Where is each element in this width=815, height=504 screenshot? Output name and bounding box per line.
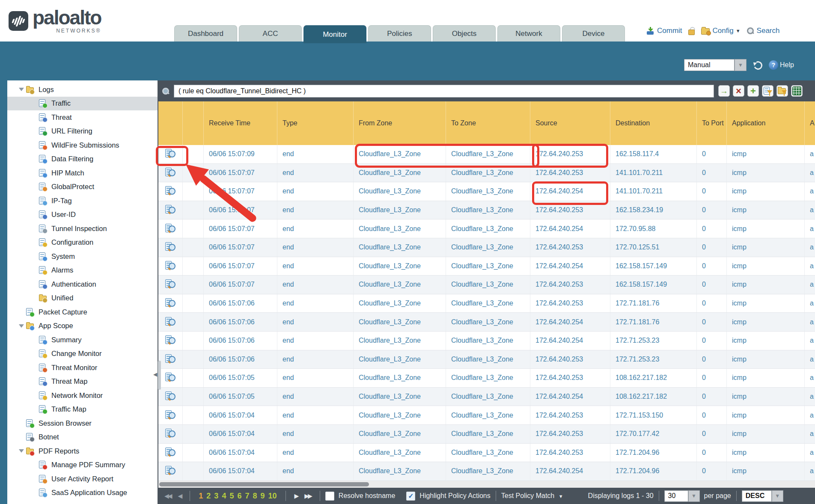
add-filter-button[interactable]: + xyxy=(747,85,759,97)
highlight-policy-actions-checkbox[interactable]: ✓ xyxy=(406,492,415,501)
cell-to-zone[interactable]: Cloudflare_L3_Zone xyxy=(446,406,530,424)
log-detail-magnifier-icon[interactable] xyxy=(164,167,176,178)
column-header-from-zone[interactable]: From Zone xyxy=(354,101,446,145)
cell-to-zone[interactable]: Cloudflare_L3_Zone xyxy=(446,313,530,331)
page-number-5[interactable]: 5 xyxy=(229,492,234,501)
cell-source[interactable]: 172.64.240.253 xyxy=(530,201,610,219)
column-header-receive-time[interactable]: Receive Time xyxy=(204,101,277,145)
cell-destination[interactable]: 172.71.153.150 xyxy=(610,406,697,424)
sidebar-item-user-activity-report[interactable]: User Activity Report xyxy=(7,472,158,486)
sidebar-item-traffic-map[interactable]: Traffic Map xyxy=(7,403,158,417)
cell-application[interactable]: icmp xyxy=(727,313,805,331)
cell-source[interactable]: 172.64.240.253 xyxy=(530,164,610,182)
sidebar-item-url-filtering[interactable]: URL Filtering xyxy=(7,125,158,139)
cell-destination[interactable]: 172.71.181.76 xyxy=(610,313,697,331)
cell-source[interactable]: 172.64.240.253 xyxy=(530,276,610,294)
log-detail-magnifier-icon[interactable] xyxy=(164,298,176,309)
cell-application[interactable]: icmp xyxy=(727,294,805,313)
cell-from-zone[interactable]: Cloudflare_L3_Zone xyxy=(354,276,446,294)
cell-to-zone[interactable]: Cloudflare_L3_Zone xyxy=(446,164,530,182)
cell-application[interactable]: icmp xyxy=(727,276,805,294)
column-header-application[interactable]: Application xyxy=(727,101,805,145)
cell-source[interactable]: 172.64.240.253 xyxy=(530,406,610,424)
cell-to-zone[interactable]: Cloudflare_L3_Zone xyxy=(446,444,530,462)
cell-from-zone[interactable]: Cloudflare_L3_Zone xyxy=(354,313,446,331)
sidebar-item-data-filtering[interactable]: Data Filtering xyxy=(7,152,158,166)
cell-destination[interactable]: 172.70.125.51 xyxy=(610,238,697,257)
config-menu-button[interactable]: Config ▼ xyxy=(701,27,741,35)
cell-to-zone[interactable]: Cloudflare_L3_Zone xyxy=(446,294,530,313)
cell-from-zone[interactable]: Cloudflare_L3_Zone xyxy=(354,388,446,406)
log-detail-magnifier-icon[interactable] xyxy=(164,354,176,365)
cell-application[interactable]: icmp xyxy=(727,425,805,443)
log-detail-magnifier-icon[interactable] xyxy=(164,148,176,160)
tab-objects[interactable]: Objects xyxy=(433,25,496,42)
next-page-button[interactable]: ▶ xyxy=(294,492,298,499)
cell-to-zone[interactable]: Cloudflare_L3_Zone xyxy=(446,369,530,387)
cell-from-zone[interactable]: Cloudflare_L3_Zone xyxy=(354,294,446,313)
sidebar-item-change-monitor[interactable]: Change Monitor xyxy=(7,347,158,361)
test-policy-match-button[interactable]: Test Policy Match ▼ xyxy=(501,492,563,500)
sidebar-item-threat-map[interactable]: Threat Map xyxy=(7,375,158,389)
sidebar-item-system[interactable]: System xyxy=(7,249,158,264)
tab-device[interactable]: Device xyxy=(562,25,625,42)
column-header-to-port[interactable]: To Port xyxy=(697,101,727,145)
per-page-dropdown-button[interactable]: ▼ xyxy=(688,490,700,502)
cell-to-zone[interactable]: Cloudflare_L3_Zone xyxy=(446,462,530,480)
sidebar-item-unified[interactable]: Unified xyxy=(7,291,158,305)
sidebar-item-globalprotect[interactable]: GlobalProtect xyxy=(7,180,158,194)
global-search-button[interactable]: Search xyxy=(747,27,780,35)
load-filter-button[interactable] xyxy=(776,85,788,97)
page-number-7[interactable]: 7 xyxy=(245,492,249,501)
tab-network[interactable]: Network xyxy=(497,25,560,42)
sidebar-item-app-scope[interactable]: App Scope xyxy=(7,319,158,333)
cell-source[interactable]: 172.64.240.254 xyxy=(530,462,610,480)
first-page-button[interactable]: ◀◀ xyxy=(164,492,171,499)
cell-to-zone[interactable]: Cloudflare_L3_Zone xyxy=(446,350,530,369)
cell-source[interactable]: 172.64.240.253 xyxy=(530,145,610,163)
cell-from-zone[interactable]: Cloudflare_L3_Zone xyxy=(354,182,446,201)
cell-application[interactable]: icmp xyxy=(727,257,805,276)
expander-triangle-icon[interactable] xyxy=(17,324,26,328)
column-header-type[interactable]: Type xyxy=(277,101,354,145)
cell-destination[interactable]: 162.158.117.4 xyxy=(610,145,697,163)
cell-from-zone[interactable]: Cloudflare_L3_Zone xyxy=(354,257,446,276)
cell-from-zone[interactable]: Cloudflare_L3_Zone xyxy=(354,406,446,424)
cell-to-zone[interactable]: Cloudflare_L3_Zone xyxy=(446,332,530,350)
sidebar-item-logs[interactable]: Logs xyxy=(7,83,158,97)
log-detail-magnifier-icon[interactable] xyxy=(164,447,176,458)
page-number-9[interactable]: 9 xyxy=(260,492,265,501)
cell-to-zone[interactable]: Cloudflare_L3_Zone xyxy=(446,182,530,201)
cell-destination[interactable]: 172.71.204.96 xyxy=(610,462,697,480)
expander-triangle-icon[interactable] xyxy=(17,449,26,453)
cell-from-zone[interactable]: Cloudflare_L3_Zone xyxy=(354,201,446,219)
last-page-button[interactable]: ▶▶ xyxy=(304,492,311,499)
cell-application[interactable]: icmp xyxy=(727,462,805,480)
cell-destination[interactable]: 172.71.204.96 xyxy=(610,444,697,462)
cell-destination[interactable]: 172.71.253.23 xyxy=(610,350,697,369)
cell-to-zone[interactable]: Cloudflare_L3_Zone xyxy=(446,219,530,238)
sidebar-item-threat-monitor[interactable]: Threat Monitor xyxy=(7,361,158,375)
page-number-3[interactable]: 3 xyxy=(214,492,218,501)
cell-destination[interactable]: 172.70.95.88 xyxy=(610,219,697,238)
cell-application[interactable]: icmp xyxy=(727,444,805,462)
cell-destination[interactable]: 162.158.157.149 xyxy=(610,257,697,276)
column-header-to-zone[interactable]: To Zone xyxy=(446,101,530,145)
filter-query-input[interactable] xyxy=(174,85,714,98)
log-detail-magnifier-icon[interactable] xyxy=(164,372,176,383)
prev-page-button[interactable]: ◀ xyxy=(178,492,181,499)
cell-application[interactable]: icmp xyxy=(727,369,805,387)
cell-destination[interactable]: 162.158.157.149 xyxy=(610,276,697,294)
sidebar-item-configuration[interactable]: Configuration xyxy=(7,236,158,250)
cell-source[interactable]: 172.64.240.253 xyxy=(530,238,610,257)
per-page-select[interactable]: 30 xyxy=(664,490,688,502)
cell-from-zone[interactable]: Cloudflare_L3_Zone xyxy=(354,444,446,462)
cell-destination[interactable]: 162.158.234.19 xyxy=(610,201,697,219)
cell-source[interactable]: 172.64.240.254 xyxy=(530,219,610,238)
cell-application[interactable]: icmp xyxy=(727,406,805,424)
filter-builder-button[interactable] xyxy=(762,85,773,97)
column-header-destination[interactable]: Destination xyxy=(610,101,697,145)
cell-source[interactable]: 172.64.240.253 xyxy=(530,425,610,443)
sidebar-item-ip-tag[interactable]: IP-Tag xyxy=(7,194,158,208)
log-detail-magnifier-icon[interactable] xyxy=(164,205,176,216)
